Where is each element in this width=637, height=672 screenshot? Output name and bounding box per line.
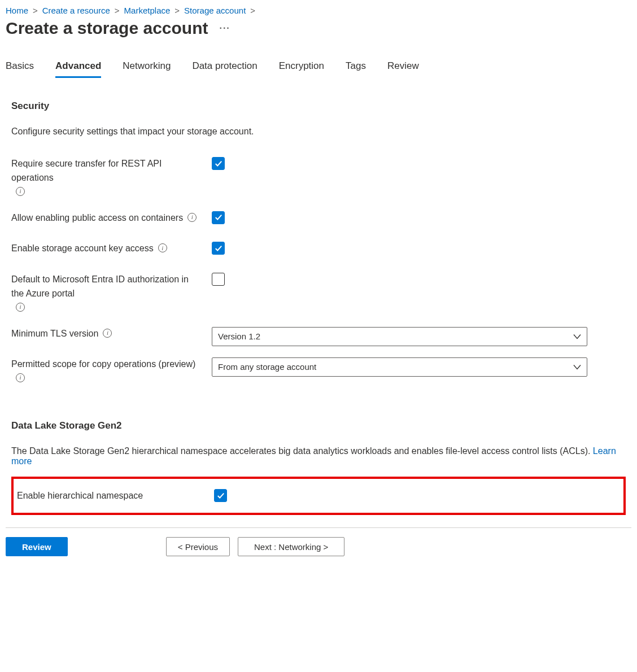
more-icon[interactable]: ··· — [219, 23, 230, 33]
enable-hns-highlight: Enable hierarchical namespace — [11, 477, 626, 516]
tls-select-value: Version 1.2 — [218, 331, 260, 341]
info-icon[interactable]: i — [158, 243, 167, 252]
chevron-right-icon: > — [33, 6, 38, 15]
review-button[interactable]: Review — [6, 537, 68, 556]
require-secure-checkbox[interactable] — [212, 157, 225, 170]
info-icon[interactable]: i — [103, 329, 112, 338]
security-heading: Security — [11, 101, 626, 112]
security-desc: Configure security settings that impact … — [11, 126, 626, 137]
breadcrumb-home[interactable]: Home — [6, 6, 28, 15]
previous-button[interactable]: < Previous — [166, 537, 230, 556]
page-title: Create a storage account ··· — [6, 19, 631, 38]
info-icon[interactable]: i — [187, 213, 197, 222]
breadcrumb-storage-account[interactable]: Storage account — [184, 6, 246, 15]
require-secure-label: Require secure transfer for REST API ope… — [11, 157, 212, 194]
tab-encryption[interactable]: Encryption — [279, 60, 324, 78]
info-icon[interactable]: i — [16, 373, 25, 382]
datalake-heading: Data Lake Storage Gen2 — [11, 420, 626, 431]
chevron-right-icon: > — [115, 6, 120, 15]
entra-default-checkbox[interactable] — [212, 273, 225, 286]
copy-scope-select-value: From any storage account — [218, 362, 316, 372]
chevron-right-icon: > — [174, 6, 180, 15]
datalake-desc: The Data Lake Storage Gen2 hierarchical … — [11, 446, 626, 466]
enable-hns-checkbox[interactable] — [214, 489, 227, 502]
breadcrumb: Home > Create a resource > Marketplace >… — [6, 6, 631, 15]
tab-networking[interactable]: Networking — [123, 60, 171, 78]
entra-default-label: Default to Microsoft Entra ID authorizat… — [11, 273, 212, 310]
allow-public-checkbox[interactable] — [212, 211, 225, 224]
footer-bar: Review < Previous Next : Networking > — [6, 527, 631, 596]
key-access-label: Enable storage account key access i — [11, 242, 212, 256]
copy-scope-label: Permitted scope for copy operations (pre… — [11, 357, 212, 381]
chevron-down-icon — [573, 362, 581, 372]
tab-advanced[interactable]: Advanced — [55, 60, 101, 78]
tab-tags[interactable]: Tags — [346, 60, 366, 78]
info-icon[interactable]: i — [16, 187, 25, 196]
copy-scope-select[interactable]: From any storage account — [212, 357, 587, 377]
enable-hns-label: Enable hierarchical namespace — [17, 489, 214, 503]
chevron-down-icon — [573, 331, 581, 341]
breadcrumb-marketplace[interactable]: Marketplace — [124, 6, 171, 15]
allow-public-label: Allow enabling public access on containe… — [11, 211, 212, 225]
tabs: Basics Advanced Networking Data protecti… — [6, 60, 631, 78]
tab-review[interactable]: Review — [387, 60, 419, 78]
key-access-checkbox[interactable] — [212, 242, 225, 255]
breadcrumb-create-resource[interactable]: Create a resource — [42, 6, 110, 15]
tab-basics[interactable]: Basics — [6, 60, 34, 78]
tab-data-protection[interactable]: Data protection — [192, 60, 257, 78]
next-button[interactable]: Next : Networking > — [238, 537, 344, 556]
chevron-right-icon: > — [250, 6, 255, 15]
tls-label: Minimum TLS version i — [11, 327, 212, 341]
page-title-text: Create a storage account — [6, 19, 208, 38]
info-icon[interactable]: i — [16, 303, 25, 312]
tls-select[interactable]: Version 1.2 — [212, 327, 587, 346]
